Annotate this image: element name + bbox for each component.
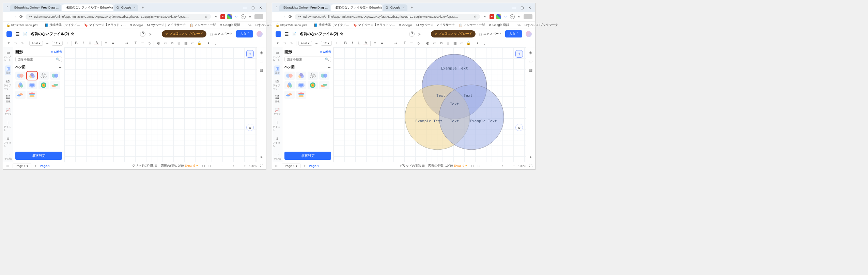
profile-avatar[interactable] xyxy=(254,14,263,19)
undo-button[interactable]: ↶ xyxy=(276,41,280,45)
table-button[interactable]: ▦ xyxy=(452,41,457,45)
site-info-icon[interactable]: ⊶ xyxy=(29,15,32,18)
grid-tool-icon[interactable]: ▦ xyxy=(260,68,263,73)
group-button[interactable]: ⊞ xyxy=(446,41,450,45)
bookmark-item[interactable]: MMyページ｜アイリサーチ xyxy=(416,23,455,27)
tab-close-icon[interactable]: × xyxy=(134,6,136,9)
upgrade-button[interactable]: ♛プロ版にアップグレード xyxy=(162,30,206,37)
favorite-star-icon[interactable]: ☆ xyxy=(340,32,343,36)
pdf-ext-icon[interactable]: P xyxy=(220,14,225,19)
help-button[interactable]: ? xyxy=(140,31,145,37)
app-logo-icon[interactable] xyxy=(276,31,281,37)
venn-shape-6[interactable] xyxy=(27,81,37,89)
rail-icons[interactable]: ☺アイコン xyxy=(272,135,282,149)
app-logo-icon[interactable] xyxy=(6,31,12,37)
zoom-in-button[interactable]: + xyxy=(244,164,246,168)
browser-tab-2[interactable]: GGoogle× xyxy=(114,4,138,11)
ai-button[interactable]: ✦ xyxy=(475,41,480,45)
ai-fab-button[interactable]: ✦ xyxy=(515,50,523,58)
rail-other[interactable]: ⋯その他 xyxy=(273,151,281,161)
underline-button[interactable]: U xyxy=(357,41,361,45)
venn-shape-9[interactable] xyxy=(284,91,295,99)
rail-templates[interactable]: ▭テンプレート xyxy=(272,49,282,63)
favorite-star-icon[interactable]: ☆ xyxy=(71,32,74,36)
link-button[interactable]: ⧉ xyxy=(170,41,174,45)
minimap-icon[interactable]: ▢ xyxy=(471,164,474,168)
search-icon[interactable]: 🔍 xyxy=(325,58,329,61)
rail-library[interactable]: 🗂ライブラリ xyxy=(272,78,282,91)
search-input[interactable] xyxy=(18,58,56,61)
document-title[interactable]: 名前のないファイル(2)☆ xyxy=(31,31,74,36)
tabs-chevron-icon[interactable]: ˅ xyxy=(4,6,10,10)
close-icon[interactable]: ✕ xyxy=(259,6,262,10)
shape-tool-icon[interactable]: ▭ xyxy=(260,59,263,64)
export-button[interactable]: ⬚エクスポート xyxy=(479,32,502,36)
text-tool-button[interactable]: T xyxy=(133,41,138,45)
grid-toggle[interactable]: グリッドの削除 ⊞ xyxy=(132,164,157,168)
venn-shape-4[interactable] xyxy=(319,72,329,80)
venn-shape-1[interactable] xyxy=(284,72,295,80)
bookmark-overflow[interactable]: ≫ xyxy=(517,24,521,27)
format-painter-button[interactable]: ✎ xyxy=(289,41,294,45)
venn-shape-2[interactable] xyxy=(27,72,37,80)
bookmark-item[interactable]: 📋アンケート一覧 xyxy=(459,23,485,27)
share-button[interactable]: 共有 ˅ xyxy=(505,30,522,37)
assistant-bubble[interactable]: ☺ xyxy=(246,124,254,131)
rail-images[interactable]: 🖼画像 xyxy=(5,94,11,104)
zoom-slider[interactable]: ——○—— xyxy=(495,164,509,168)
shape-tool-icon[interactable]: ▭ xyxy=(529,59,532,64)
font-color-button[interactable]: A xyxy=(363,41,368,45)
list-button[interactable]: ☰ xyxy=(386,41,391,45)
face-ext-icon[interactable]: ☺ xyxy=(241,14,246,19)
menu-icon[interactable]: ☰ xyxy=(15,31,20,37)
bookmark-item[interactable]: 📘接続機器（マイク／… xyxy=(314,23,349,27)
close-icon[interactable]: ✕ xyxy=(528,6,531,10)
align-button[interactable]: ≡ xyxy=(104,41,108,45)
venn-shape-8[interactable] xyxy=(319,81,329,89)
venn-shape-4[interactable] xyxy=(50,72,60,80)
venn-shape-10[interactable] xyxy=(296,91,306,99)
user-avatar[interactable] xyxy=(526,31,532,37)
reload-button[interactable]: ⟳ xyxy=(289,14,292,19)
page-tab-select[interactable]: Page-1 ▾ xyxy=(13,164,31,168)
tabs-chevron-icon[interactable]: ˅ xyxy=(274,6,279,10)
palette-ext-icon[interactable] xyxy=(227,14,232,19)
lock-button[interactable]: 🔒 xyxy=(197,41,202,45)
browser-tab-2[interactable]: GGoogle× xyxy=(383,4,407,11)
rail-shapes[interactable]: ◫図形 xyxy=(5,65,11,75)
u-ext-icon[interactable]: U xyxy=(234,14,239,19)
shape-search[interactable]: 🔍 xyxy=(15,57,62,62)
forward-button[interactable]: → xyxy=(13,14,17,19)
bookmark-item[interactable]: 🔖マイページ【クラウドワ… xyxy=(353,23,395,27)
venn-shape-2[interactable] xyxy=(296,72,306,80)
more-button[interactable]: ⋯ xyxy=(155,32,158,36)
underline-button[interactable]: U xyxy=(88,41,92,45)
italic-button[interactable]: I xyxy=(350,41,355,45)
toolbar-more-button[interactable]: ⋮ xyxy=(482,41,487,45)
bookmark-item[interactable]: GGoogle xyxy=(399,24,412,27)
venn-shape-5[interactable] xyxy=(284,81,295,89)
venn-shape-5[interactable] xyxy=(15,81,26,89)
minimize-icon[interactable]: — xyxy=(512,6,516,10)
expand-link[interactable]: Expand xyxy=(185,164,195,167)
browser-tab-1[interactable]: 名前のないファイル(2) - EdrawMax× xyxy=(62,4,113,11)
ai-button[interactable]: ✦ xyxy=(206,41,211,45)
font-size-select[interactable]: 12▾ xyxy=(52,41,63,46)
venn-shape-1[interactable] xyxy=(15,72,26,80)
bookmark-item[interactable]: 🔒https://lite.secu.jp/d… xyxy=(6,24,41,27)
fill-tool-icon[interactable]: ◈ xyxy=(529,50,532,55)
rail-charts[interactable]: 📈グラフ xyxy=(4,107,12,117)
rail-text[interactable]: Tテキスト xyxy=(3,119,13,133)
canvas-empty[interactable]: ✦ ☺ xyxy=(64,47,257,162)
translate-ext-icon[interactable]: ⇆ xyxy=(483,14,487,19)
browser-tab-0[interactable]: EdrawMax Online - Free Diagr…× xyxy=(10,4,61,11)
back-button[interactable]: ← xyxy=(6,14,10,19)
indent-button[interactable]: ⇥ xyxy=(393,41,398,45)
font-size-plus[interactable]: + xyxy=(334,41,339,45)
site-info-icon[interactable]: ⊶ xyxy=(298,15,301,18)
add-page-button[interactable]: + xyxy=(35,164,36,168)
bookmark-item[interactable]: GGoogle xyxy=(130,24,143,27)
share-button[interactable]: 共有 ˅ xyxy=(236,30,253,37)
category-header[interactable]: ベン図︿ xyxy=(284,65,331,70)
venn-shape-3[interactable] xyxy=(38,72,49,80)
